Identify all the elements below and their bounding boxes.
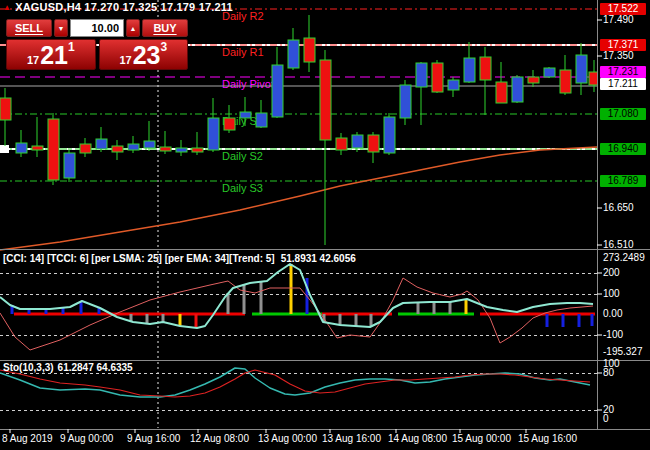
price-axis-label: 17.231: [600, 66, 646, 78]
price-axis-label: 16.789: [600, 175, 646, 187]
candle-body: [224, 118, 235, 130]
time-axis-label: 9 Aug 00:00: [60, 433, 113, 444]
candle-body: [384, 117, 395, 153]
level-label: Daily S3: [222, 182, 263, 194]
cci-histogram-bar: [591, 314, 594, 326]
sto-signal-line: [0, 370, 590, 397]
candle-body: [336, 138, 347, 150]
sto-values: 61.2847 64.6335: [58, 362, 133, 373]
candle-body: [464, 58, 475, 82]
time-axis-label: 12 Aug 08:00: [190, 433, 249, 444]
candle-body: [208, 118, 219, 150]
level-label: Daily R1: [222, 46, 264, 58]
cci-histogram-bar: [179, 314, 182, 326]
cci-histogram-bar: [449, 302, 452, 314]
left-price-marker: [0, 145, 9, 153]
candle-body: [272, 65, 283, 117]
cci-histogram-bar: [417, 303, 420, 314]
mt4-chart-window: Daily R2Daily R1Daily PivotDaily S1Daily…: [0, 0, 650, 450]
cci-histogram-bar: [562, 314, 565, 327]
candle-body: [96, 139, 107, 149]
candle-body: [288, 40, 299, 68]
buy-price-sup: 3: [160, 41, 167, 53]
cci-axis-label: 200: [603, 267, 620, 279]
cci-histogram-bar: [146, 314, 149, 324]
candle-body: [240, 112, 251, 118]
buy-price-panel[interactable]: 17233: [99, 39, 189, 70]
sto-axis-label: 80: [603, 367, 614, 379]
stochastic-indicator-label: Sto(10,3,3)61.2847 64.6335: [3, 362, 133, 373]
candle-body: [496, 82, 507, 103]
level-label: Daily Pivot: [222, 78, 274, 90]
symbol-marker-icon: ▲: [3, 3, 11, 12]
price-axis-label: 17.350: [603, 50, 634, 62]
candle-body: [448, 80, 459, 90]
time-axis-label: 9 Aug 16:00: [127, 433, 180, 444]
candle-body: [304, 38, 315, 62]
chart-title: ▲XAGUSD,H4 17.270 17.325 17.179 17.211: [3, 1, 233, 13]
time-axis-label: 13 Aug 16:00: [322, 433, 381, 444]
time-axis-label: 13 Aug 00:00: [258, 433, 317, 444]
cci-histogram-bar: [355, 314, 358, 326]
cci-axis-label: 100: [603, 288, 620, 300]
candle-body: [160, 147, 171, 151]
volume-decrease-button[interactable]: ▼: [54, 19, 68, 37]
cci-values: 51.8931 42.6056: [281, 253, 356, 264]
chart-title-text: XAGUSD,H4 17.270 17.325 17.179 17.211: [15, 1, 233, 13]
cci-params: [CCI: 14] [TCCI: 6] [per LSMA: 25] [per …: [3, 253, 275, 264]
candle-body: [544, 68, 555, 77]
cci-histogram-bar: [290, 264, 293, 314]
cci-histogram-bar: [465, 299, 468, 314]
cci-histogram-bar: [195, 314, 198, 328]
candle-body: [176, 148, 187, 152]
time-axis-label: 15 Aug 00:00: [452, 433, 511, 444]
cci-histogram-bar: [433, 302, 436, 314]
candle-body: [128, 144, 139, 150]
sell-button[interactable]: SELL: [6, 19, 52, 37]
cci-axis-label: 0.00: [603, 308, 622, 320]
candle-body: [480, 57, 491, 80]
cci-histogram-bar: [62, 308, 65, 314]
candle-body: [256, 113, 267, 127]
time-axis-label: 15 Aug 16:00: [518, 433, 577, 444]
candle-body: [560, 70, 571, 93]
volume-input[interactable]: [70, 19, 124, 37]
cci-axis-label: -100: [603, 329, 623, 341]
candle-body: [400, 85, 411, 118]
cci-histogram-bar: [578, 314, 581, 327]
candle-body: [320, 60, 331, 140]
sell-price-panel[interactable]: 17211: [6, 39, 96, 70]
ma-line: [0, 147, 597, 250]
candle-body: [416, 63, 427, 87]
candle-body: [48, 119, 59, 180]
candle-body: [576, 55, 587, 83]
price-axis-label: 16.940: [600, 143, 646, 155]
level-label: Daily S2: [222, 150, 263, 162]
candle-body: [32, 146, 43, 150]
sell-price-sup: 1: [68, 41, 75, 53]
candle-body: [512, 77, 523, 102]
candle-body: [528, 77, 539, 83]
candle-body: [144, 141, 155, 148]
candle-body: [80, 144, 91, 153]
cci-histogram-bar: [546, 314, 549, 327]
candle-body: [64, 153, 75, 178]
buy-button[interactable]: BUY: [142, 19, 188, 37]
cci-indicator-label: [CCI: 14] [TCCI: 6] [per LSMA: 25] [per …: [3, 253, 356, 264]
candle-body: [112, 146, 123, 152]
sto-axis-label: 0: [603, 413, 609, 425]
price-axis-label: 17.080: [600, 108, 646, 120]
cci-histogram-bar: [162, 314, 165, 322]
sto-name: Sto(10,3,3): [3, 362, 54, 373]
cci-axis-label: 273.2489: [603, 252, 645, 264]
cci-histogram-bar: [243, 284, 246, 314]
volume-increase-button[interactable]: ▲: [126, 19, 140, 37]
candle-body: [0, 98, 11, 120]
price-axis-label: 16.650: [603, 202, 634, 214]
cci-axis-label: -195.327: [603, 346, 642, 358]
time-axis-label: 8 Aug 2019: [2, 433, 53, 444]
buy-price-big: 23: [133, 43, 161, 68]
candle-body: [352, 135, 363, 148]
candle-body: [368, 135, 379, 152]
candle-body: [432, 63, 443, 92]
